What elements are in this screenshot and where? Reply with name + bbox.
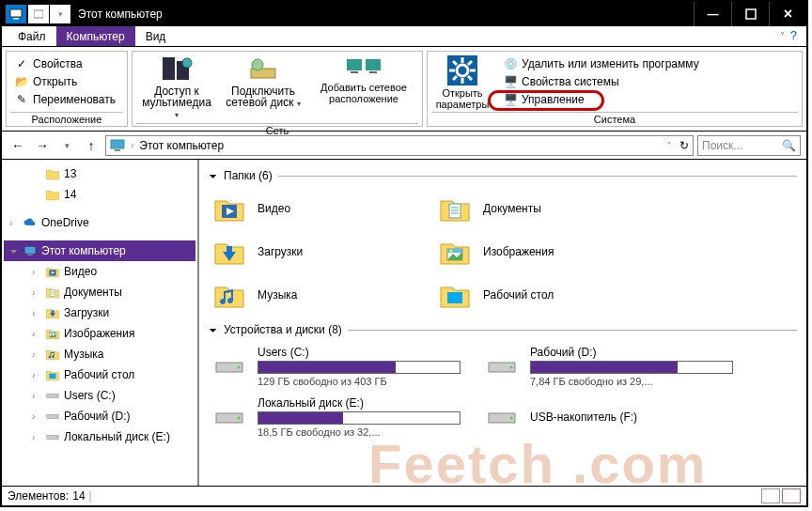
drive-item[interactable]: Локальный диск (E:)18,5 ГБ свободно из 3… xyxy=(209,395,462,440)
rename-button[interactable]: ✎Переименовать xyxy=(12,91,117,108)
properties-button[interactable]: ✓Свойства xyxy=(12,55,117,72)
drive-free-text: 7,84 ГБ свободно из 29,... xyxy=(530,376,733,387)
ribbon: ✓Свойства 📂Открыть ✎Переименовать Распол… xyxy=(2,47,806,132)
qat-button[interactable] xyxy=(28,5,49,23)
tree-item[interactable]: ›Музыка xyxy=(4,344,195,364)
group-label: Система xyxy=(431,112,798,125)
qat-button[interactable]: ▾ xyxy=(50,5,70,23)
section-drives[interactable]: ⏷ Устройства и диски (8) xyxy=(209,323,797,336)
tree-item[interactable]: ›Документы xyxy=(4,282,195,302)
system-properties-button[interactable]: 🖥️Свойства системы xyxy=(501,73,701,90)
tree-item[interactable]: 13 xyxy=(4,163,195,184)
address-box[interactable]: › Этот компьютер ˅ ↻ xyxy=(105,135,694,156)
uninstall-button[interactable]: 💿Удалить или изменить программу xyxy=(501,55,701,72)
maximize-button[interactable] xyxy=(731,2,769,26)
tree-item[interactable]: ›Рабочий (D:) xyxy=(4,406,195,426)
tree-label: Видео xyxy=(64,265,97,278)
tree-item[interactable]: ›Видео xyxy=(4,261,195,282)
drive-icon xyxy=(45,409,60,424)
map-drive-button[interactable]: Подключить сетевой диск ▾ xyxy=(226,54,301,110)
gear-icon xyxy=(447,55,477,85)
svg-rect-2 xyxy=(34,10,43,18)
svg-rect-38 xyxy=(49,374,55,379)
search-input[interactable]: Поиск... 🔍 xyxy=(697,135,801,156)
svg-point-42 xyxy=(56,416,57,417)
folder-item[interactable]: Изображения xyxy=(434,233,641,271)
svg-rect-25 xyxy=(24,247,36,255)
svg-rect-10 xyxy=(366,59,381,70)
forward-button[interactable]: → xyxy=(32,135,53,156)
tab-view[interactable]: Вид xyxy=(135,26,177,46)
svg-point-62 xyxy=(238,417,241,420)
close-button[interactable]: × xyxy=(769,2,806,26)
tab-computer[interactable]: Компьютер xyxy=(56,26,135,46)
tree-item[interactable]: ›Локальный диск (E:) xyxy=(4,426,195,447)
help-icon[interactable]: ? xyxy=(780,28,797,42)
chevron-down-icon: ⏷ xyxy=(209,325,218,335)
media-access-button[interactable]: Доступ к мультимедиа ▾ xyxy=(139,54,214,121)
refresh-icon[interactable]: ↻ xyxy=(679,139,689,152)
drive-free-text: 18,5 ГБ свободно из 32,... xyxy=(258,426,461,438)
tree-item[interactable]: 14 xyxy=(4,184,195,205)
folder-item[interactable]: Загрузки xyxy=(209,233,415,271)
video-icon xyxy=(211,192,248,225)
folder-label: Видео xyxy=(258,202,290,215)
tree-item[interactable]: ›Изображения xyxy=(4,323,195,344)
open-settings-button[interactable]: Открыть параметры xyxy=(431,54,493,110)
view-details-button[interactable] xyxy=(761,488,780,503)
svg-point-36 xyxy=(51,333,52,333)
tree-item[interactable]: ⏷Этот компьютер xyxy=(4,240,195,261)
open-button[interactable]: 📂Открыть xyxy=(12,73,117,90)
svg-rect-56 xyxy=(447,292,462,303)
folder-label: Изображения xyxy=(483,245,554,258)
minimize-button[interactable]: — xyxy=(694,2,731,26)
folder-label: Рабочий стол xyxy=(483,288,554,302)
chevron-down-icon[interactable]: ˅ xyxy=(667,141,672,150)
section-folders[interactable]: ⏷ Папки (6) xyxy=(209,169,797,182)
folder-item[interactable]: Видео xyxy=(209,190,415,227)
folder-item[interactable]: Документы xyxy=(434,190,641,227)
folder-item[interactable]: Рабочий стол xyxy=(434,276,641,314)
tree-item[interactable]: ›Рабочий стол xyxy=(4,364,195,385)
watermark: Feetch .com xyxy=(368,432,707,486)
drive-item[interactable]: USB-накопитель (F:) xyxy=(481,395,735,440)
manage-button[interactable]: 🖥️Управление xyxy=(501,91,701,108)
tree-label: Загрузки xyxy=(64,306,109,319)
view-icons-button[interactable] xyxy=(782,488,801,503)
drive-item[interactable]: Рабочий (D:)7,84 ГБ свободно из 29,... xyxy=(481,344,735,389)
breadcrumb[interactable]: Этот компьютер xyxy=(139,139,224,152)
img-icon xyxy=(436,235,474,269)
svg-point-64 xyxy=(510,417,513,420)
group-label: Расположение xyxy=(10,112,123,125)
content-area: 1314›OneDrive⏷Этот компьютер›Видео›Докум… xyxy=(2,160,806,487)
tree-item[interactable]: ›Загрузки xyxy=(4,302,195,323)
main-pane[interactable]: ⏷ Папки (6) ВидеоДокументыЗагрузкиИзобра… xyxy=(199,160,806,486)
add-network-button[interactable]: Добавить сетевое расположение xyxy=(312,54,415,104)
up-button[interactable]: ↑ xyxy=(81,135,102,156)
window-title: Этот компьютер xyxy=(78,8,163,21)
group-location: ✓Свойства 📂Открыть ✎Переименовать Распол… xyxy=(6,51,128,127)
media-icon xyxy=(161,55,193,84)
expander-icon[interactable]: ⏷ xyxy=(9,246,19,256)
expander-icon[interactable]: › xyxy=(9,218,19,228)
tree-item[interactable]: ›Users (C:) xyxy=(4,385,195,406)
navigation-tree[interactable]: 1314›OneDrive⏷Этот компьютер›Видео›Докум… xyxy=(2,160,199,486)
svg-rect-24 xyxy=(115,149,120,151)
svg-rect-3 xyxy=(746,9,756,19)
folder-item[interactable]: Музыка xyxy=(209,276,415,314)
tree-label: Локальный диск (E:) xyxy=(64,430,170,443)
history-button[interactable]: ▾ xyxy=(56,135,77,156)
back-button[interactable]: ← xyxy=(8,135,28,156)
tab-file[interactable]: Файл xyxy=(8,26,56,46)
drive-icon xyxy=(211,400,248,434)
drive-free-text: 129 ГБ свободно из 403 ГБ xyxy=(258,376,461,387)
tree-item[interactable]: ›OneDrive xyxy=(4,212,195,233)
section-title: Устройства и диски (8) xyxy=(224,323,342,336)
search-placeholder: Поиск... xyxy=(702,139,742,152)
svg-rect-0 xyxy=(10,9,22,17)
svg-rect-26 xyxy=(27,255,32,256)
explorer-window: ▾ Этот компьютер — × Файл Компьютер Вид … xyxy=(0,0,808,507)
search-icon: 🔍 xyxy=(782,139,796,152)
tree-label: Рабочий стол xyxy=(64,368,134,381)
drive-item[interactable]: Users (C:)129 ГБ свободно из 403 ГБ xyxy=(209,344,462,389)
